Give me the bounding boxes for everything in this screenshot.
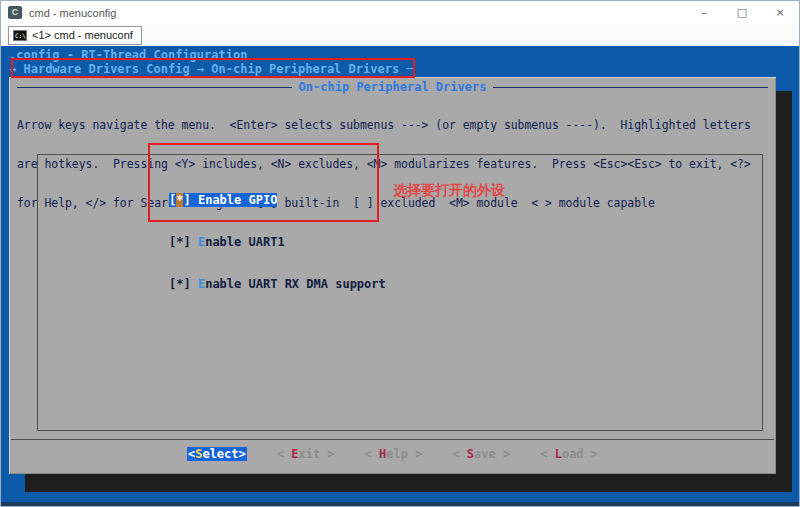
menu-item-enable-uart1[interactable]: [*] Enable UART1 (169, 235, 386, 249)
window-bottom-edge (1, 502, 799, 506)
tab-cmd-menuconfig[interactable]: C:\ <1> cmd - menuconf (8, 26, 142, 45)
title-rule-right (493, 87, 768, 88)
breadcrumb: → Hardware Drivers Config → On-chip Peri… (9, 62, 414, 76)
app-window: C cmd - menuconfig – □ × C:\ <1> cmd - m… (0, 0, 800, 507)
menu-items: [*] Enable GPIO [*] Enable UART1 [*] Ena… (169, 165, 386, 319)
checkbox-bracket: ] (183, 193, 197, 207)
breadcrumb-trail-dash: ─ (399, 62, 413, 76)
close-button[interactable]: × (761, 1, 799, 24)
help-button[interactable]: < Help > (365, 447, 423, 461)
cmd-icon: C:\ (13, 30, 27, 41)
save-button[interactable]: < Save > (452, 447, 510, 461)
checkbox-bracket: ] (183, 235, 197, 249)
load-button[interactable]: < Load > (540, 447, 598, 461)
breadcrumb-arrow-icon: → (9, 62, 23, 76)
select-button[interactable]: <Select> (187, 447, 247, 461)
item-label: nable UART RX DMA support (205, 277, 386, 291)
dialog-buttons: <Select> < Exit > < Help > < Save > < Lo… (9, 447, 776, 461)
title-bar: C cmd - menuconfig – □ × (1, 1, 799, 24)
dialog-title: On-chip Peripheral Drivers (299, 80, 487, 94)
item-label: nable GPIO (205, 193, 277, 207)
minimize-button[interactable]: – (685, 1, 723, 24)
terminal-screen: .config - RT-Thread Configuration → Hard… (1, 46, 800, 504)
menu-item-enable-uart-rx-dma[interactable]: [*] Enable UART RX DMA support (169, 277, 386, 291)
checkbox-bracket: ] (183, 277, 197, 291)
menu-item-enable-gpio[interactable]: [*] Enable GPIO (169, 193, 386, 207)
item-label: nable UART1 (205, 235, 284, 249)
breadcrumb-path: Hardware Drivers Config → On-chip Periph… (23, 62, 399, 76)
dialog-title-row: On-chip Peripheral Drivers (17, 80, 768, 94)
tab-bar: C:\ <1> cmd - menuconf + ▾ 1 ▾ ≡ (1, 24, 799, 46)
buttons-separator (11, 439, 774, 440)
window-title: cmd - menuconfig (29, 7, 116, 19)
conemu-app-icon: C (8, 6, 22, 19)
maximize-button[interactable]: □ (723, 1, 761, 24)
menuconfig-dialog: On-chip Peripheral Drivers Arrow keys na… (9, 77, 776, 474)
tab-label: <1> cmd - menuconf (32, 29, 133, 41)
dialog-shadow-right (776, 91, 792, 492)
menuconfig-header: .config - RT-Thread Configuration (9, 48, 247, 62)
annotation-text: 选择要打开的外设 (393, 182, 505, 200)
exit-button[interactable]: < Exit > (277, 447, 335, 461)
instructions-line-1: Arrow keys navigate the menu. <Enter> se… (17, 119, 751, 132)
dialog-shadow-bottom (25, 474, 792, 492)
title-rule-left (17, 87, 292, 88)
